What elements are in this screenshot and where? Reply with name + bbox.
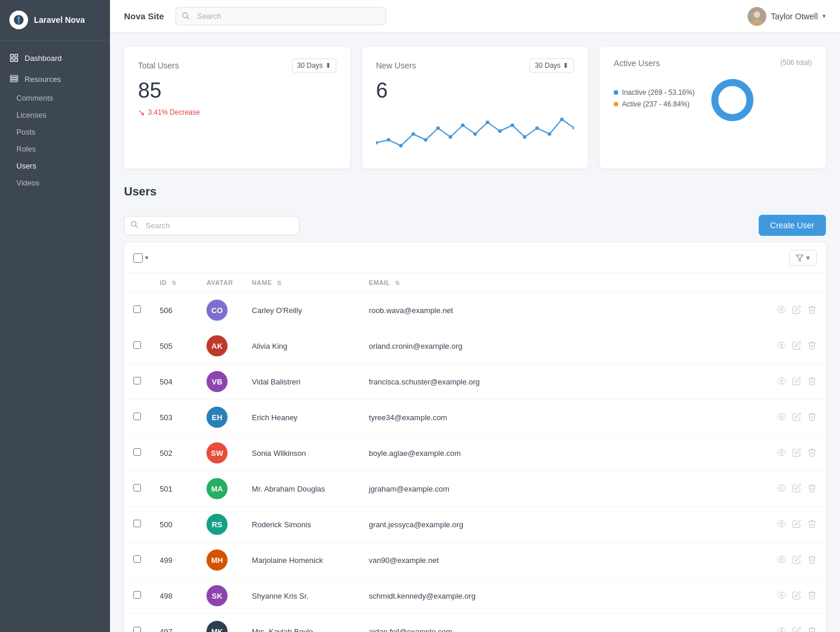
sidebar-item-comments[interactable]: Comments <box>0 90 110 107</box>
id-col-header[interactable]: ID ⇅ <box>150 273 197 293</box>
row-actions <box>756 471 826 507</box>
row-name: Shyanne Kris Sr. <box>243 578 360 614</box>
sidebar-item-videos[interactable]: Videos <box>0 174 110 191</box>
sidebar-item-roles[interactable]: Roles <box>0 140 110 157</box>
row-checkbox[interactable] <box>133 305 141 313</box>
view-icon[interactable] <box>777 555 786 566</box>
sidebar-item-users[interactable]: Users <box>0 157 110 174</box>
row-checkbox[interactable] <box>133 627 141 632</box>
row-checkbox-cell <box>124 542 150 578</box>
view-icon[interactable] <box>777 448 786 459</box>
edit-icon[interactable] <box>792 519 801 530</box>
table-row: 503 EH Erich Heaney tyree34@example.com <box>124 400 826 435</box>
svg-point-45 <box>780 594 783 596</box>
edit-icon[interactable] <box>792 626 801 633</box>
view-icon[interactable] <box>777 412 786 423</box>
table-search-input[interactable] <box>124 216 299 235</box>
dashboard-label: Dashboard <box>25 54 62 63</box>
row-checkbox[interactable] <box>133 520 141 527</box>
row-checkbox[interactable] <box>133 555 141 563</box>
topbar-search-wrapper <box>175 7 386 25</box>
create-user-button[interactable]: Create User <box>759 215 826 236</box>
edit-icon[interactable] <box>792 448 801 459</box>
edit-icon[interactable] <box>792 590 801 602</box>
resources-label: Resources <box>25 75 61 84</box>
email-col-header[interactable]: EMAIL ⇅ <box>360 273 756 293</box>
row-id: 504 <box>150 364 197 400</box>
edit-icon[interactable] <box>792 305 801 316</box>
new-users-dropdown[interactable]: 30 Days ⬍ <box>529 59 574 73</box>
svg-rect-3 <box>15 54 18 57</box>
delete-icon[interactable] <box>807 590 817 602</box>
delete-icon[interactable] <box>807 626 817 633</box>
row-checkbox[interactable] <box>133 591 141 599</box>
row-checkbox[interactable] <box>133 484 141 492</box>
total-users-trend: ↘ 3.41% Decrease <box>138 108 336 117</box>
view-icon[interactable] <box>777 305 786 316</box>
view-icon[interactable] <box>777 341 786 352</box>
row-checkbox-cell <box>124 435 150 471</box>
svg-point-20 <box>448 135 452 139</box>
row-avatar: MH <box>197 542 243 578</box>
select-all-checkbox[interactable] <box>133 253 143 263</box>
user-menu[interactable]: Taylor Otwell ▾ <box>748 7 826 26</box>
view-icon[interactable] <box>777 590 786 602</box>
svg-rect-5 <box>15 59 18 61</box>
inactive-legend-item: Inactive (269 - 53.16%) <box>614 88 694 97</box>
avatar-circle: AK <box>206 335 228 356</box>
table-toolbar: Users <box>124 185 826 208</box>
filter-button[interactable]: ▾ <box>789 250 817 266</box>
sidebar-logo[interactable]: Laravel Nova <box>0 0 110 40</box>
delete-icon[interactable] <box>807 519 817 530</box>
delete-icon[interactable] <box>807 555 817 566</box>
row-checkbox-cell <box>124 364 150 400</box>
table-row: 497 MK Mrs. Kaylah Boyle aidan.feil@exam… <box>124 614 826 633</box>
view-icon[interactable] <box>777 626 786 633</box>
svg-point-41 <box>780 451 783 454</box>
row-avatar: CO <box>197 293 243 328</box>
svg-point-15 <box>387 138 390 142</box>
edit-icon[interactable] <box>792 376 801 387</box>
row-checkbox-cell <box>124 578 150 614</box>
row-checkbox[interactable] <box>133 448 141 456</box>
view-icon[interactable] <box>777 519 786 530</box>
view-icon[interactable] <box>777 376 786 387</box>
table-header-row: ID ⇅ AVATAR NAME ⇅ EMAIL ⇅ <box>124 273 826 293</box>
svg-rect-7 <box>11 78 18 80</box>
delete-icon[interactable] <box>807 376 817 387</box>
view-icon[interactable] <box>777 483 786 494</box>
total-users-dropdown[interactable]: 30 Days ⬍ <box>292 59 336 73</box>
delete-icon[interactable] <box>807 412 817 423</box>
sidebar-item-resources[interactable]: Resources <box>0 68 110 90</box>
row-checkbox[interactable] <box>133 377 141 384</box>
sidebar-item-posts[interactable]: Posts <box>0 123 110 140</box>
users-table: ID ⇅ AVATAR NAME ⇅ EMAIL ⇅ 506 CO Carley… <box>124 273 826 632</box>
svg-point-40 <box>780 415 783 418</box>
row-checkbox[interactable] <box>133 413 141 420</box>
delete-icon[interactable] <box>807 483 817 494</box>
svg-point-19 <box>436 126 439 130</box>
edit-icon[interactable] <box>792 412 801 423</box>
edit-icon[interactable] <box>792 483 801 494</box>
delete-icon[interactable] <box>807 341 817 352</box>
user-chevron-icon: ▾ <box>822 12 826 20</box>
svg-point-22 <box>473 132 477 136</box>
content-area: Total Users 30 Days ⬍ 85 ↘ 3.41% Decreas… <box>110 33 840 632</box>
topbar-search-input[interactable] <box>175 7 386 25</box>
delete-icon[interactable] <box>807 448 817 459</box>
avatar-circle: MA <box>206 478 228 499</box>
row-email: jgraham@example.com <box>360 471 756 507</box>
row-checkbox[interactable] <box>133 341 141 349</box>
sidebar-item-licenses[interactable]: Licenses <box>0 107 110 123</box>
name-col-header[interactable]: NAME ⇅ <box>243 273 360 293</box>
select-dropdown-arrow-icon[interactable]: ▾ <box>145 254 149 262</box>
new-users-card: New Users 30 Days ⬍ 6 <box>362 47 588 169</box>
checkbox-col-header <box>124 273 150 293</box>
edit-icon[interactable] <box>792 341 801 352</box>
sidebar-item-dashboard[interactable]: Dashboard <box>0 47 110 68</box>
row-actions <box>756 578 826 614</box>
delete-icon[interactable] <box>807 305 817 316</box>
section-title: Users <box>124 185 157 198</box>
edit-icon[interactable] <box>792 555 801 566</box>
metrics-row: Total Users 30 Days ⬍ 85 ↘ 3.41% Decreas… <box>124 47 826 169</box>
